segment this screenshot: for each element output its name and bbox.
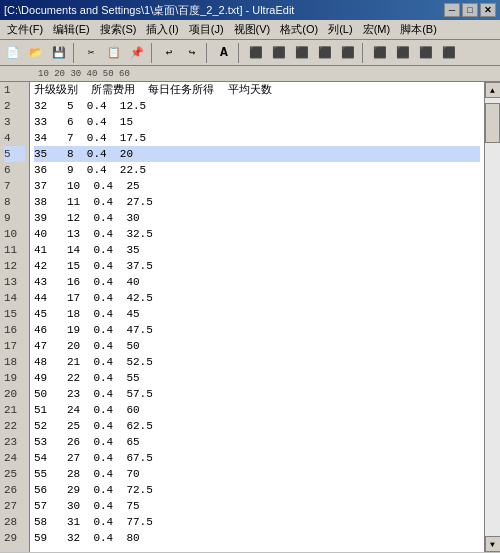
line-number-22: 22 <box>4 418 25 434</box>
tb-btn-13[interactable]: ⬛ <box>438 42 460 64</box>
minimize-button[interactable]: ─ <box>444 3 460 17</box>
line-content-11[interactable]: 41 14 0.4 35 <box>34 242 480 258</box>
line-number-25: 25 <box>4 466 25 482</box>
line-content-3[interactable]: 33 6 0.4 15 <box>34 114 480 130</box>
line-number-4: 4 <box>4 130 25 146</box>
line-content-24[interactable]: 54 27 0.4 67.5 <box>34 450 480 466</box>
editor-area: 1234567891011121314151617181920212223242… <box>0 82 500 552</box>
line-number-19: 19 <box>4 370 25 386</box>
line-content-13[interactable]: 43 16 0.4 40 <box>34 274 480 290</box>
line-content-29[interactable]: 59 32 0.4 80 <box>34 530 480 546</box>
line-number-11: 11 <box>4 242 25 258</box>
line-number-3: 3 <box>4 114 25 130</box>
line-number-8: 8 <box>4 194 25 210</box>
toolbar-sep-3 <box>206 43 210 63</box>
line-content-7[interactable]: 37 10 0.4 25 <box>34 178 480 194</box>
tb-btn-12[interactable]: ⬛ <box>415 42 437 64</box>
tb-btn-5[interactable]: ⬛ <box>245 42 267 64</box>
line-number-24: 24 <box>4 450 25 466</box>
line-number-10: 10 <box>4 226 25 242</box>
toolbar-sep-2 <box>151 43 155 63</box>
menu-bar: 文件(F)编辑(E)搜索(S)插入(I)项目(J)视图(V)格式(O)列(L)宏… <box>0 20 500 40</box>
new-button[interactable]: 📄 <box>2 42 24 64</box>
close-button[interactable]: ✕ <box>480 3 496 17</box>
line-content-8[interactable]: 38 11 0.4 27.5 <box>34 194 480 210</box>
menu-item-宏M[interactable]: 宏(M) <box>358 21 396 38</box>
toolbar: 📄 📂 💾 ✂ 📋 📌 ↩ ↪ A ⬛ ⬛ ⬛ ⬛ ⬛ ⬛ ⬛ ⬛ ⬛ <box>0 40 500 66</box>
line-number-15: 15 <box>4 306 25 322</box>
line-content-22[interactable]: 52 25 0.4 62.5 <box>34 418 480 434</box>
line-number-5: 5 <box>4 146 25 162</box>
line-content-23[interactable]: 53 26 0.4 65 <box>34 434 480 450</box>
line-content-16[interactable]: 46 19 0.4 47.5 <box>34 322 480 338</box>
line-number-16: 16 <box>4 322 25 338</box>
line-number-27: 27 <box>4 498 25 514</box>
menu-item-编辑E[interactable]: 编辑(E) <box>48 21 95 38</box>
line-content-19[interactable]: 49 22 0.4 55 <box>34 370 480 386</box>
line-content-12[interactable]: 42 15 0.4 37.5 <box>34 258 480 274</box>
tb-btn-10[interactable]: ⬛ <box>369 42 391 64</box>
paste-button[interactable]: 📌 <box>126 42 148 64</box>
line-content-26[interactable]: 56 29 0.4 72.5 <box>34 482 480 498</box>
toolbar-sep-5 <box>362 43 366 63</box>
tb-btn-8[interactable]: ⬛ <box>314 42 336 64</box>
menu-item-视图V[interactable]: 视图(V) <box>229 21 276 38</box>
line-content-4[interactable]: 34 7 0.4 17.5 <box>34 130 480 146</box>
menu-item-格式O[interactable]: 格式(O) <box>275 21 323 38</box>
line-content-27[interactable]: 57 30 0.4 75 <box>34 498 480 514</box>
line-content-15[interactable]: 45 18 0.4 45 <box>34 306 480 322</box>
vertical-scrollbar[interactable]: ▲ ▼ <box>484 82 500 552</box>
line-number-6: 6 <box>4 162 25 178</box>
menu-item-文件F[interactable]: 文件(F) <box>2 21 48 38</box>
tb-btn-9[interactable]: ⬛ <box>337 42 359 64</box>
line-content-14[interactable]: 44 17 0.4 42.5 <box>34 290 480 306</box>
line-content-10[interactable]: 40 13 0.4 32.5 <box>34 226 480 242</box>
line-content-1[interactable]: 升级级别 所需费用 每日任务所得 平均天数 <box>34 82 480 98</box>
line-number-20: 20 <box>4 386 25 402</box>
line-number-17: 17 <box>4 338 25 354</box>
scroll-track[interactable] <box>485 98 500 536</box>
menu-item-脚本B[interactable]: 脚本(B) <box>395 21 442 38</box>
line-content-5[interactable]: 35 8 0.4 20 <box>34 146 480 162</box>
line-content-17[interactable]: 47 20 0.4 50 <box>34 338 480 354</box>
find-button[interactable]: A <box>213 42 235 64</box>
scroll-thumb[interactable] <box>485 103 500 143</box>
save-button[interactable]: 💾 <box>48 42 70 64</box>
line-content-6[interactable]: 36 9 0.4 22.5 <box>34 162 480 178</box>
redo-button[interactable]: ↪ <box>181 42 203 64</box>
scroll-down-button[interactable]: ▼ <box>485 536 501 552</box>
line-number-14: 14 <box>4 290 25 306</box>
menu-item-插入I[interactable]: 插入(I) <box>141 21 183 38</box>
menu-item-搜索S[interactable]: 搜索(S) <box>95 21 142 38</box>
menu-item-列L[interactable]: 列(L) <box>323 21 357 38</box>
line-content-18[interactable]: 48 21 0.4 52.5 <box>34 354 480 370</box>
line-number-18: 18 <box>4 354 25 370</box>
line-content-28[interactable]: 58 31 0.4 77.5 <box>34 514 480 530</box>
title-buttons: ─ □ ✕ <box>444 3 496 17</box>
line-number-23: 23 <box>4 434 25 450</box>
toolbar-sep-1 <box>73 43 77 63</box>
line-content-20[interactable]: 50 23 0.4 57.5 <box>34 386 480 402</box>
line-content-9[interactable]: 39 12 0.4 30 <box>34 210 480 226</box>
copy-button[interactable]: 📋 <box>103 42 125 64</box>
line-content-21[interactable]: 51 24 0.4 60 <box>34 402 480 418</box>
editor-content[interactable]: 升级级别 所需费用 每日任务所得 平均天数32 5 0.4 12.533 6 0… <box>30 82 484 552</box>
tb-btn-6[interactable]: ⬛ <box>268 42 290 64</box>
menu-item-项目J[interactable]: 项目(J) <box>184 21 229 38</box>
tb-btn-11[interactable]: ⬛ <box>392 42 414 64</box>
line-numbers: 1234567891011121314151617181920212223242… <box>0 82 30 552</box>
ruler: 10 20 30 40 50 60 <box>0 66 500 82</box>
title-text: [C:\Documents and Settings\1\桌面\百度_2_2.t… <box>4 3 444 18</box>
cut-button[interactable]: ✂ <box>80 42 102 64</box>
tb-btn-7[interactable]: ⬛ <box>291 42 313 64</box>
line-number-29: 29 <box>4 530 25 546</box>
line-content-25[interactable]: 55 28 0.4 70 <box>34 466 480 482</box>
open-button[interactable]: 📂 <box>25 42 47 64</box>
undo-button[interactable]: ↩ <box>158 42 180 64</box>
line-number-2: 2 <box>4 98 25 114</box>
line-number-12: 12 <box>4 258 25 274</box>
scroll-up-button[interactable]: ▲ <box>485 82 501 98</box>
line-number-9: 9 <box>4 210 25 226</box>
maximize-button[interactable]: □ <box>462 3 478 17</box>
line-content-2[interactable]: 32 5 0.4 12.5 <box>34 98 480 114</box>
